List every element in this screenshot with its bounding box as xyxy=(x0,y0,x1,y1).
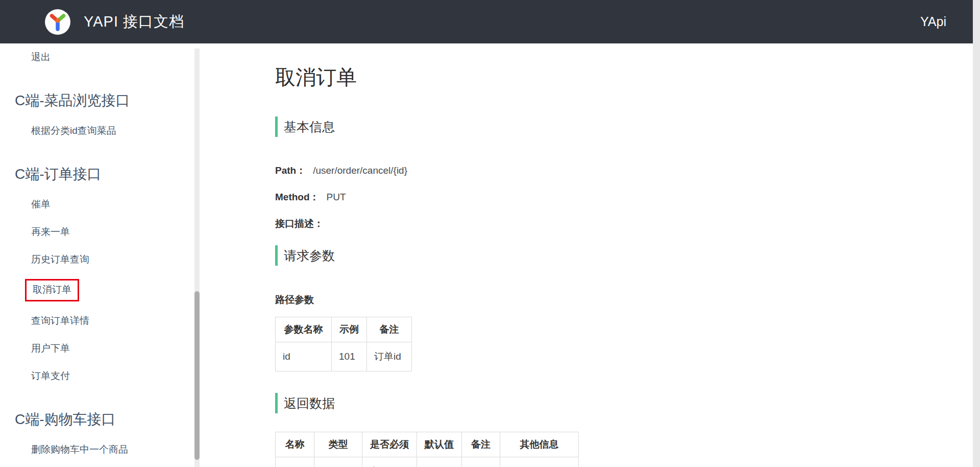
method-label: Method： xyxy=(275,192,320,202)
cell-remark: 订单id xyxy=(367,342,412,371)
sidebar-nav: 退出 C端-菜品浏览接口 根据分类id查询菜品 C端-订单接口 催单 再来一单 … xyxy=(0,43,194,467)
col-header-name: 名称 xyxy=(276,432,314,457)
sidebar-item-logout[interactable]: 退出 xyxy=(31,43,194,71)
yapi-logo-icon xyxy=(45,9,70,35)
app-header: YAPI 接口文档 YApi xyxy=(0,0,980,43)
col-header-remark: 备注 xyxy=(367,317,412,342)
sidebar-item-order-payment[interactable]: 订单支付 xyxy=(31,362,194,390)
col-header-required: 是否必须 xyxy=(362,432,417,457)
path-params-subheading: 路径参数 xyxy=(275,293,960,307)
path-params-table: 参数名称 示例 备注 id 101 订单id xyxy=(275,317,412,371)
path-row: Path：/user/order/cancel/{id} xyxy=(275,165,960,177)
sidebar-item-query-dish-by-category[interactable]: 根据分类id查询菜品 xyxy=(31,117,194,145)
section-heading-response-data: 返回数据 xyxy=(275,393,960,413)
page-title: 取消订单 xyxy=(275,65,960,89)
method-row: Method：PUT xyxy=(275,191,960,203)
col-header-example: 示例 xyxy=(332,317,367,342)
selected-item-red-box[interactable]: 取消订单 xyxy=(25,279,79,301)
sidebar-item-order-detail-query[interactable]: 查询订单详情 xyxy=(31,307,194,335)
sidebar-item-repeat-order[interactable]: 再来一单 xyxy=(31,218,194,246)
cell-required: 必须 xyxy=(362,457,417,467)
col-header-remark: 备注 xyxy=(462,432,500,457)
section-heading-request-params: 请求参数 xyxy=(275,245,960,266)
method-value: PUT xyxy=(327,192,346,202)
cell-example: 101 xyxy=(332,342,367,371)
page-scrollbar-track[interactable] xyxy=(973,0,980,467)
table-header-row: 参数名称 示例 备注 xyxy=(276,317,412,342)
path-value: /user/order/cancel/{id} xyxy=(313,165,407,176)
col-header-param-name: 参数名称 xyxy=(276,317,332,342)
col-header-type: 类型 xyxy=(314,432,362,457)
cell-remark xyxy=(462,457,500,467)
app-title: YAPI 接口文档 xyxy=(84,12,184,32)
cell-default xyxy=(417,457,462,467)
table-header-row: 名称 类型 是否必须 默认值 备注 其他信息 xyxy=(276,432,579,457)
sidebar-item-history-order-query[interactable]: 历史订单查询 xyxy=(31,246,194,273)
sidebar-item-cancel-order-selected[interactable]: 取消订单 xyxy=(25,273,194,307)
table-row: id 101 订单id xyxy=(276,342,412,371)
sidebar-group-order[interactable]: C端-订单接口 xyxy=(15,165,194,183)
sidebar-item-remind-order[interactable]: 催单 xyxy=(31,191,194,218)
sidebar-scrollbar-thumb[interactable] xyxy=(194,291,200,460)
table-row: code integer 必须 format: int32 xyxy=(276,457,579,467)
sidebar-item-view-cart[interactable]: 查看购物车 xyxy=(31,463,194,467)
cell-param-name: id xyxy=(276,342,332,371)
cell-type: integer xyxy=(314,457,362,467)
col-header-default: 默认值 xyxy=(417,432,462,457)
sidebar-scrollbar-track[interactable] xyxy=(194,49,200,467)
path-label: Path： xyxy=(275,165,306,176)
section-heading-basic-info: 基本信息 xyxy=(275,116,960,137)
sidebar-item-delete-cart-item[interactable]: 删除购物车中一个商品 xyxy=(31,436,194,463)
sidebar-item-user-place-order[interactable]: 用户下单 xyxy=(31,335,194,362)
sidebar-group-cart[interactable]: C端-购物车接口 xyxy=(15,410,194,429)
doc-content: 取消订单 基本信息 Path：/user/order/cancel/{id} M… xyxy=(200,43,980,467)
cell-name: code xyxy=(276,457,314,467)
response-table: 名称 类型 是否必须 默认值 备注 其他信息 code integer 必须 f… xyxy=(275,432,579,467)
sidebar-group-dish-browse[interactable]: C端-菜品浏览接口 xyxy=(15,91,194,110)
cell-other-info: format: int32 xyxy=(500,457,579,467)
description-label: 接口描述： xyxy=(275,218,324,229)
col-header-other-info: 其他信息 xyxy=(500,432,579,457)
description-row: 接口描述： xyxy=(275,218,960,230)
yapi-link[interactable]: YApi xyxy=(920,14,946,29)
